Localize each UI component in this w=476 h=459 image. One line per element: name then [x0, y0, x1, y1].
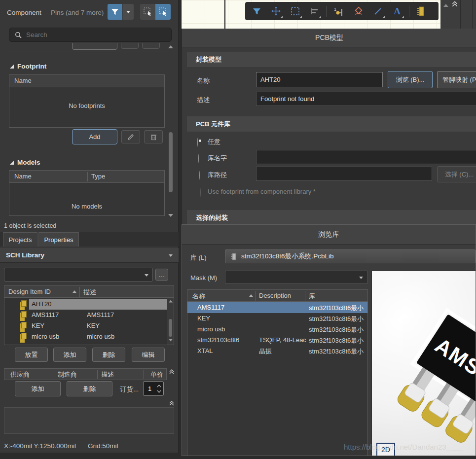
filter-dropdown-button[interactable]: [123, 4, 134, 20]
dropdown-corner-icon: [319, 16, 321, 18]
toolbar-filter-button[interactable]: [249, 4, 264, 19]
radio-library-path-label: 库路径: [208, 171, 227, 179]
fp-row-micro-usb[interactable]: micro usb stm32f103c8t6最小: [187, 324, 367, 335]
filter-icon: [253, 7, 261, 15]
collapse-icon: [10, 161, 14, 165]
order-quantity-stepper[interactable]: 1: [143, 381, 164, 396]
footprint-description-field[interactable]: [256, 92, 476, 106]
toolbar-align-button[interactable]: [307, 4, 322, 19]
sch-row-micro-usb[interactable]: micro usb micro usb: [4, 331, 174, 342]
sch-table-scrollbar[interactable]: [167, 298, 174, 345]
scroll-up-arrow[interactable]: [443, 4, 448, 7]
footprint-table-header: Name: [9, 75, 164, 87]
radio-library-name[interactable]: [198, 154, 199, 163]
radio-use-component-library[interactable]: [200, 188, 201, 197]
toolbar-component-button[interactable]: [414, 4, 429, 19]
toolbar-move-button[interactable]: [268, 4, 283, 19]
search-box[interactable]: [9, 28, 172, 42]
double-chevron-up-icon[interactable]: [169, 369, 175, 375]
footprint-add-button[interactable]: Add: [72, 129, 117, 144]
mask-dropdown[interactable]: [225, 271, 368, 284]
library-path-field[interactable]: [256, 167, 432, 181]
scroll-up-arrow[interactable]: [168, 45, 173, 48]
toolbar-polygon-button[interactable]: [351, 4, 366, 19]
library-name-field[interactable]: [256, 150, 476, 164]
filter-button[interactable]: [108, 4, 122, 20]
pcb-model-dialog: PCB模型 封装模型 名称 浏览 (B)... 管脚映射 (P)... 描述 P…: [182, 29, 476, 224]
clipped-button[interactable]: [72, 43, 117, 50]
double-chevron-up-icon[interactable]: [169, 400, 175, 406]
place-button[interactable]: 放置: [15, 348, 48, 362]
toolbar-selection-rect-button[interactable]: [288, 4, 302, 19]
search-icon: [15, 32, 22, 38]
toolbar-line-button[interactable]: [370, 4, 385, 19]
fp-row-stm32[interactable]: stm32f103c8t6 TSQFP, 48-Leac stm32f103c8…: [187, 335, 367, 346]
footprint-section-header[interactable]: Footprint: [10, 63, 46, 70]
footprint-name-field[interactable]: [256, 72, 383, 87]
supplier-delete-button[interactable]: 删除: [67, 381, 112, 396]
footprint-model-section: 封装模型: [187, 52, 476, 67]
footprint-edit-button[interactable]: [121, 130, 140, 143]
spinner-down-icon[interactable]: [156, 389, 162, 393]
toolbar-pin-button[interactable]: 1: [331, 4, 347, 19]
radio-library-path[interactable]: [199, 171, 200, 180]
spinner-up-icon[interactable]: [156, 384, 162, 388]
toolbar-text-button[interactable]: A: [390, 4, 404, 19]
radio-use-component-library-label: Use footprint from component library *: [208, 188, 316, 195]
altium-window: Component Pins (and 7 more): [0, 0, 476, 459]
scroll-up-arrow[interactable]: [169, 300, 173, 303]
order-label: 订货...: [120, 385, 139, 394]
choose-button[interactable]: 选择 (C)...: [437, 166, 476, 182]
clipped-icon-button-2[interactable]: [142, 43, 160, 49]
sch-filter-combobox[interactable]: [4, 268, 153, 282]
search-input[interactable]: [25, 29, 163, 40]
sch-row-ams1117[interactable]: AMS1117 AMS1117: [4, 310, 174, 320]
strip-divider: [472, 0, 473, 29]
pcb-model-titlebar[interactable]: PCB模型: [182, 29, 476, 47]
models-section-header[interactable]: Models: [10, 159, 40, 166]
tab-properties[interactable]: Properties: [38, 232, 79, 247]
fp-row-xtal[interactable]: XTAL 晶振 stm32f103c8t6最小: [187, 346, 367, 356]
footprint-3d-viewport[interactable]: AMS1117 2D: [371, 271, 476, 456]
panel-menu-icon[interactable]: [169, 254, 173, 257]
scroll-thumb[interactable]: [169, 132, 173, 192]
footprint-table: Name No footprints: [9, 74, 165, 128]
panel-scrollbar[interactable]: [167, 43, 174, 221]
browse-lib-titlebar[interactable]: 浏览库: [182, 225, 476, 245]
supplier-add-button[interactable]: 添加: [15, 381, 61, 396]
double-chevron-up-icon[interactable]: [451, 0, 458, 7]
ams1117-3d-model: AMS1117: [372, 271, 476, 456]
delete-button[interactable]: 删除: [92, 348, 125, 362]
select-touching-button[interactable]: [140, 4, 155, 20]
sch-row-key[interactable]: KEY KEY: [4, 320, 174, 331]
fp-row-key[interactable]: KEY stm32f103c8t6最小: [187, 313, 367, 324]
sch-row-aht20[interactable]: AHT20: [4, 299, 174, 310]
panel-title: Component: [7, 9, 41, 16]
footprint-delete-button[interactable]: [144, 130, 163, 143]
select-inside-button[interactable]: [155, 4, 171, 20]
fp-row-ams1117[interactable]: AMS1117 stm32f103c8t6最小: [187, 302, 367, 313]
add-button[interactable]: 添加: [53, 348, 86, 362]
edit-button[interactable]: 编辑: [132, 348, 165, 362]
sch-col-desc: 描述: [83, 288, 96, 297]
footprint-col-name: Name: [14, 77, 32, 84]
fp-cell-desc: 晶振: [259, 347, 272, 356]
fp-table-header: 名称 Description 库: [187, 290, 367, 302]
scroll-thumb[interactable]: [169, 319, 172, 337]
toolbar-separator: [326, 6, 327, 17]
radio-any[interactable]: [197, 138, 198, 147]
line-icon: [373, 7, 382, 16]
library-dropdown[interactable]: stm32f103c8t6最小系统.PcbLib: [225, 249, 476, 263]
tab-projects[interactable]: Projects: [3, 232, 37, 247]
scroll-down-arrow[interactable]: [168, 214, 173, 217]
fp-cell-lib: stm32f103c8t6最小: [309, 325, 367, 334]
sch-col-divider: [79, 287, 80, 297]
schematic-canvas[interactable]: 1 A: [182, 0, 440, 29]
library-label: 库 (L): [190, 253, 207, 262]
scroll-down-arrow[interactable]: [169, 339, 173, 342]
pin-map-button[interactable]: 管脚映射 (P)...: [437, 71, 476, 88]
browse-button[interactable]: 浏览 (B)...: [388, 71, 433, 88]
clipped-icon-button[interactable]: [121, 43, 139, 49]
fp-cell-lib: stm32f103c8t6最小: [309, 347, 367, 356]
sch-browse-button[interactable]: …: [155, 269, 168, 281]
